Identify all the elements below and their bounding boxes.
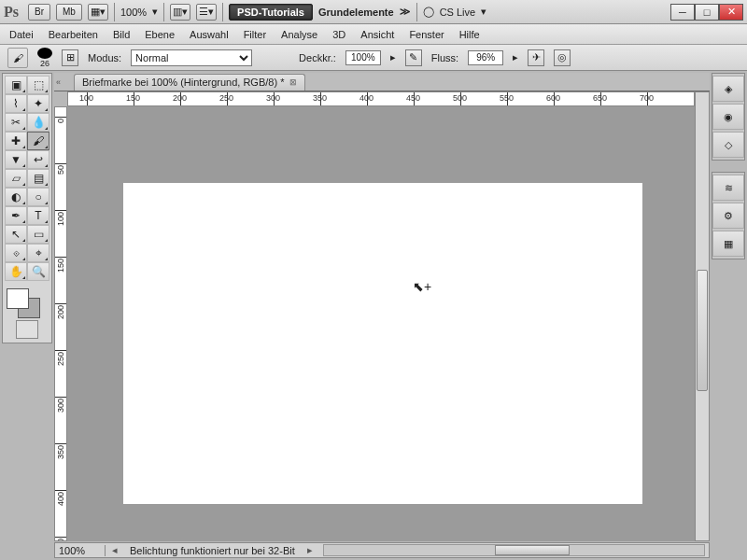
shape-tool[interactable]: ▭	[27, 225, 49, 244]
wand-tool[interactable]: ✦	[27, 94, 49, 113]
document-tab[interactable]: Briefmarke bei 100% (Hintergrund, RGB/8)…	[74, 74, 305, 91]
blur-tool[interactable]: ◐	[5, 188, 27, 206]
cslive-button[interactable]: CS Live	[440, 7, 476, 18]
tab-arrow-icon[interactable]: «	[56, 77, 61, 87]
menu-hilfe[interactable]: Hilfe	[459, 29, 480, 40]
screen-mode-button[interactable]: ▦▾	[88, 4, 108, 21]
status-bar: 100% ◂ Belichtung funktioniert nur bei 3…	[54, 542, 710, 558]
bridge-button[interactable]: Br	[28, 4, 50, 21]
brush-preset-picker[interactable]: 26	[37, 48, 52, 68]
minibridge-button[interactable]: Mb	[56, 4, 82, 21]
color-swatches[interactable]	[5, 287, 49, 318]
eyedropper-tool[interactable]: 💧	[27, 113, 49, 132]
cslive-icon: ◯	[423, 6, 434, 18]
document-tab-label: Briefmarke bei 100% (Hintergrund, RGB/8)…	[82, 77, 284, 88]
brush-tool[interactable]: 🖌	[27, 132, 49, 150]
workspace-more-icon[interactable]: ≫	[400, 6, 411, 18]
opacity-label: Deckkr.:	[299, 52, 336, 63]
menu-bearbeiten[interactable]: Bearbeiten	[49, 29, 98, 40]
menu-bild[interactable]: Bild	[113, 29, 130, 40]
foreground-color[interactable]	[7, 288, 29, 309]
crop-tool[interactable]: ✂	[5, 113, 27, 132]
eraser-tool[interactable]: ▱	[5, 169, 27, 188]
brush-dot-icon	[37, 48, 52, 59]
menu-ebene[interactable]: Ebene	[145, 29, 175, 40]
stamp-tool[interactable]: ▼	[5, 150, 27, 169]
zoom-tool[interactable]: 🔍	[27, 262, 49, 281]
styles-panel-icon[interactable]: ⚙	[712, 203, 744, 229]
flow-label: Fluss:	[431, 52, 458, 63]
opacity-arrow-icon[interactable]: ▸	[390, 51, 396, 63]
type-tool[interactable]: T	[27, 206, 49, 225]
maximize-button[interactable]: □	[695, 4, 719, 21]
status-message: Belichtung funktioniert nur bei 32-Bit	[124, 545, 301, 556]
right-panel-dock: ◈ ◉ ◇ ≋ ⚙ ▦	[712, 73, 745, 259]
scrollbar-thumb[interactable]	[697, 270, 708, 391]
channels-panel-icon[interactable]: ◉	[712, 104, 744, 130]
vertical-ruler: 050100150200250300350400450	[54, 106, 67, 541]
gradient-tool[interactable]: ▤	[27, 169, 49, 188]
arrange-button[interactable]: ▥▾	[170, 4, 190, 21]
airbrush-button[interactable]: ✈	[528, 49, 544, 66]
app-logo-icon: Ps	[4, 4, 19, 21]
status-arrow-right-icon[interactable]: ▸	[304, 544, 316, 556]
document-canvas[interactable]	[123, 183, 642, 504]
path-tool[interactable]: ↖	[5, 225, 27, 244]
status-arrow-left-icon[interactable]: ◂	[109, 544, 120, 556]
zoom-level[interactable]: 100%	[120, 7, 147, 18]
lasso-tool[interactable]: ⌇	[5, 94, 27, 113]
modus-label: Modus:	[88, 52, 121, 63]
horizontal-ruler: 100150200250300350400450500550600650700	[67, 91, 695, 106]
vertical-scrollbar[interactable]	[695, 91, 710, 541]
paths-panel-icon[interactable]: ◇	[712, 132, 744, 158]
tool-preset-button[interactable]: 🖌	[7, 48, 28, 68]
toolbox: ▣ ⬚ ⌇ ✦ ✂ 💧 ✚ 🖌 ▼ ↩ ▱ ▤ ◐ ○ ✒ T ↖ ▭ ⟐ ⌖ …	[2, 73, 52, 343]
hand-tool[interactable]: ✋	[5, 262, 27, 281]
extras-button[interactable]: ☰▾	[196, 4, 217, 21]
dodge-tool[interactable]: ○	[27, 188, 49, 206]
workspace-psd-tutorials[interactable]: PSD-Tutorials	[229, 4, 313, 21]
menu-ansicht[interactable]: Ansicht	[360, 29, 394, 40]
opacity-input[interactable]	[345, 50, 381, 65]
pen-tool[interactable]: ✒	[5, 206, 27, 225]
menu-analyse[interactable]: Analyse	[281, 29, 317, 40]
marquee-tool[interactable]: ⬚	[27, 76, 49, 94]
adjustments-panel-icon[interactable]: ≋	[712, 175, 744, 201]
hscroll-thumb[interactable]	[495, 545, 570, 555]
camera-tool[interactable]: ⌖	[27, 244, 49, 262]
horizontal-scrollbar[interactable]	[323, 544, 705, 556]
close-tab-icon[interactable]: ⊠	[289, 77, 297, 87]
move-tool[interactable]: ▣	[5, 76, 27, 94]
menu-bar: Datei Bearbeiten Bild Ebene Auswahl Filt…	[0, 24, 747, 45]
document-tab-bar: « Briefmarke bei 100% (Hintergrund, RGB/…	[54, 73, 710, 91]
3d-tool[interactable]: ⟐	[5, 244, 27, 262]
menu-filter[interactable]: Filter	[244, 29, 266, 40]
flow-arrow-icon[interactable]: ▸	[513, 51, 518, 63]
title-bar: Ps Br Mb ▦▾ 100%▾ ▥▾ ☰▾ PSD-Tutorials Gr…	[0, 0, 747, 24]
options-bar: 🖌 26 ⊞ Modus: Normal Deckkr.: ▸ ✎ Fluss:…	[0, 45, 747, 71]
menu-datei[interactable]: Datei	[9, 29, 34, 40]
brush-panel-button[interactable]: ⊞	[62, 49, 78, 66]
flow-input[interactable]	[468, 50, 503, 65]
canvas-area[interactable]: ⬉+	[67, 106, 695, 541]
menu-fenster[interactable]: Fenster	[409, 29, 444, 40]
workspace-grundelemente[interactable]: Grundelemente	[318, 7, 394, 18]
masks-panel-icon[interactable]: ▦	[712, 231, 744, 257]
close-button[interactable]: ✕	[719, 4, 743, 21]
heal-tool[interactable]: ✚	[5, 132, 27, 150]
cursor-icon: ⬉+	[413, 279, 431, 294]
opacity-pressure-button[interactable]: ✎	[405, 49, 422, 66]
menu-auswahl[interactable]: Auswahl	[190, 29, 229, 40]
menu-3d[interactable]: 3D	[332, 29, 345, 40]
history-brush-tool[interactable]: ↩	[27, 150, 49, 169]
modus-select[interactable]: Normal	[131, 49, 252, 66]
minimize-button[interactable]: ─	[670, 4, 695, 21]
status-zoom[interactable]: 100%	[55, 545, 106, 556]
quickmask-button[interactable]	[16, 320, 38, 339]
layers-panel-icon[interactable]: ◈	[712, 76, 744, 102]
tablet-pressure-button[interactable]: ◎	[554, 49, 571, 66]
